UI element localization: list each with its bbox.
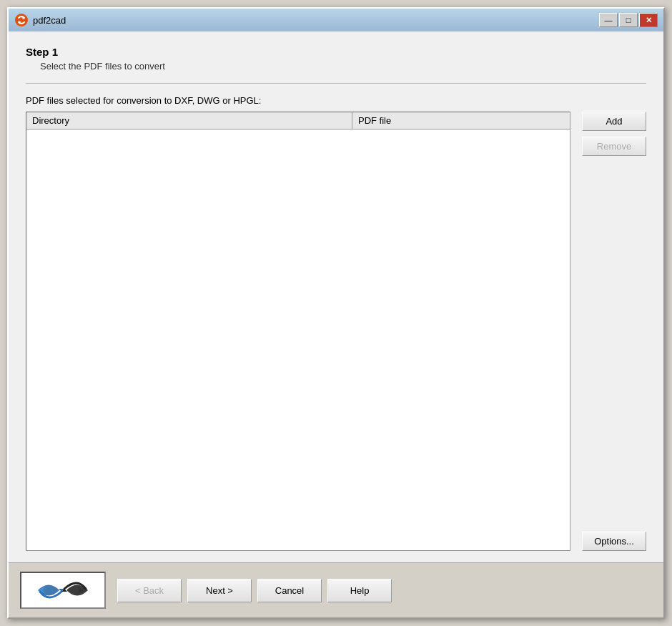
step-title: Step 1 <box>26 46 646 58</box>
step-subtitle: Select the PDF files to convert <box>40 61 646 72</box>
window-title: pdf2cad <box>33 15 66 26</box>
bottom-bar: < Back Next > Cancel Help <box>9 562 663 617</box>
file-area: Directory PDF file Add Remove Options... <box>26 112 646 551</box>
step-header: Step 1 Select the PDF files to convert <box>26 46 646 84</box>
content-area: Step 1 Select the PDF files to convert P… <box>9 31 663 562</box>
file-table[interactable]: Directory PDF file <box>26 112 570 551</box>
section-label: PDF files selected for conversion to DXF… <box>26 95 646 106</box>
maximize-button[interactable]: □ <box>619 13 638 27</box>
minimize-button[interactable]: — <box>599 13 618 27</box>
main-content: PDF files selected for conversion to DXF… <box>26 95 646 551</box>
main-window: pdf2cad — □ ✕ Step 1 Select the PDF file… <box>7 7 665 619</box>
col-pdf-file: PDF file <box>352 112 570 129</box>
add-button[interactable]: Add <box>582 112 646 131</box>
back-button[interactable]: < Back <box>117 579 182 602</box>
next-button[interactable]: Next > <box>187 579 252 602</box>
options-button[interactable]: Options... <box>582 532 646 551</box>
title-bar-left: pdf2cad <box>14 13 66 27</box>
cancel-button[interactable]: Cancel <box>257 579 322 602</box>
svg-point-0 <box>15 14 28 26</box>
app-logo <box>34 576 92 605</box>
table-body <box>26 129 570 550</box>
title-controls: — □ ✕ <box>599 13 658 27</box>
help-button[interactable]: Help <box>327 579 392 602</box>
remove-button[interactable]: Remove <box>582 137 646 156</box>
table-header: Directory PDF file <box>26 112 570 129</box>
close-button[interactable]: ✕ <box>639 13 658 27</box>
app-icon <box>14 13 29 27</box>
title-bar: pdf2cad — □ ✕ <box>9 9 663 31</box>
side-buttons: Add Remove Options... <box>582 112 646 551</box>
logo-area <box>20 572 106 609</box>
col-directory: Directory <box>26 112 352 129</box>
nav-buttons: < Back Next > Cancel Help <box>117 579 652 602</box>
